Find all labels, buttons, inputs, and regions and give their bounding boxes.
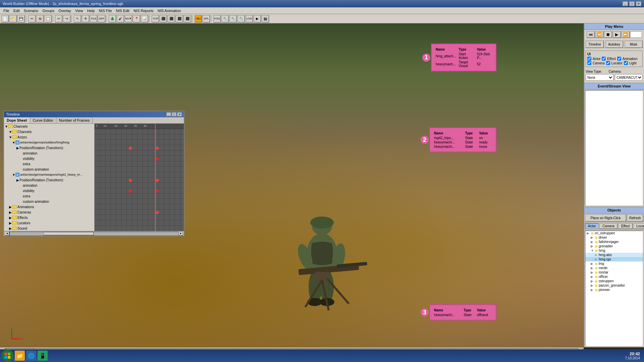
tb-obj[interactable]: OBJ	[195, 15, 202, 22]
obj-cn-ostruppen[interactable]: ▶ ▣ cn_ostruppen	[585, 231, 643, 235]
tb-select[interactable]: ↖	[74, 15, 81, 22]
autokey-btn[interactable]: Autokey	[605, 41, 623, 48]
timeline-btn[interactable]: Timeline	[586, 41, 604, 48]
timeline-window-controls[interactable]: _ □ ✕	[166, 112, 182, 116]
scroll-track[interactable]	[9, 232, 178, 236]
objects-tree[interactable]: ▶ ▣ cn_ostruppen ▶ ▣ driver ▶ ▣ fallshir…	[585, 231, 643, 347]
tree-extra-2[interactable]: extra	[4, 193, 94, 199]
tree-custom-anim-1[interactable]: custom animation	[4, 167, 94, 172]
playhead[interactable]	[155, 124, 156, 231]
taskbar-browser[interactable]: 🌐	[26, 351, 36, 361]
menu-view[interactable]: View	[73, 8, 85, 13]
menu-nis-edit[interactable]: NIS Edit	[114, 8, 131, 13]
keyframe-marker-red[interactable]	[128, 189, 132, 193]
tree-effects[interactable]: ▶ Effects	[4, 215, 94, 220]
keyframe-marker[interactable]	[155, 178, 159, 182]
actor-checkbox[interactable]	[587, 57, 591, 61]
mute-btn[interactable]: Mute	[625, 41, 643, 48]
scroll-right[interactable]: ►	[178, 232, 183, 236]
tree-mg42-actor[interactable]: ▼ A art/armies/german/weapons/mg42_heavy…	[4, 172, 94, 177]
tree-hmg-actor[interactable]: ▼ A art/armies/german/soldiers/hmg/hmg	[4, 140, 94, 145]
tree-extra-1[interactable]: extra	[4, 161, 94, 167]
tb-c1[interactable]: TCR	[152, 15, 159, 22]
tb-c3[interactable]: ⬛	[168, 15, 175, 22]
tree-animations[interactable]: ▶ Animations	[4, 204, 94, 209]
tb-undo[interactable]: ↩	[55, 15, 62, 22]
keyframe-marker[interactable]	[155, 210, 159, 214]
obj-hmg-rgo[interactable]: A hmg.rgo	[585, 257, 643, 261]
timeline-tree[interactable]: ▼ Channels ▼ Channels ▼ Actors	[4, 124, 95, 231]
taskbar-explorer[interactable]: 📁	[15, 351, 25, 361]
minimize-button[interactable]: _	[623, 1, 628, 6]
obj-hmg-abo[interactable]: A hmg.abo	[585, 253, 643, 257]
keyframe-marker-red[interactable]	[155, 157, 159, 161]
tree-custom-anim-2[interactable]: custom animation	[4, 199, 94, 204]
play-next[interactable]: ⏩	[622, 31, 630, 38]
keyframe-marker[interactable]	[155, 146, 159, 150]
tree-animation-2[interactable]: animation	[4, 183, 94, 188]
obj-panzer-grenadier[interactable]: ▶ ▣ panzer_grenadier	[585, 283, 643, 288]
tb-copy[interactable]: ⧉	[36, 15, 44, 22]
obj-tab-effect[interactable]: Effect	[618, 223, 633, 229]
tb-spl[interactable]: SPL	[203, 15, 210, 22]
tb-srt[interactable]: SRT	[98, 15, 105, 22]
timeline-close[interactable]: ✕	[177, 112, 182, 116]
refresh-button[interactable]: Refresh	[627, 214, 643, 222]
frame-input[interactable]: 20	[630, 31, 642, 38]
menu-file[interactable]: File	[1, 8, 11, 13]
tb-paste[interactable]: 📋	[44, 15, 52, 22]
keyframe-marker[interactable]	[128, 178, 132, 182]
timeline-maximize[interactable]: □	[172, 112, 176, 116]
timeline-scrollbar[interactable]: ◄ ►	[4, 231, 184, 236]
obj-grenadier[interactable]: ▶ ▣ grenadier	[585, 244, 643, 248]
tb-terrain[interactable]: TILE	[90, 15, 97, 22]
tb-move[interactable]: ✛	[82, 15, 89, 22]
tab-num-frames[interactable]: Number of Frames	[56, 117, 93, 123]
play-play[interactable]: ▶	[613, 31, 621, 38]
tb-save[interactable]: 💾	[17, 15, 25, 22]
tab-curve-editor[interactable]: Curve Editor	[30, 117, 56, 123]
tb-fx3[interactable]: 🔧	[237, 15, 245, 22]
locator-checkbox[interactable]	[606, 61, 610, 65]
tb-cut[interactable]: ✂	[28, 15, 36, 22]
maximize-button[interactable]: □	[629, 1, 635, 6]
view-type-select[interactable]: None Top Front	[586, 74, 613, 81]
tree-actors[interactable]: ▼ Actors	[4, 134, 94, 140]
light-checkbox[interactable]	[624, 61, 628, 65]
obj-medic[interactable]: ▶ ▣ medic	[585, 266, 643, 270]
tb-open[interactable]: 📂	[9, 15, 17, 22]
obj-driver[interactable]: ▶ ▣ driver	[585, 235, 643, 240]
tb-c2[interactable]: ⬛	[160, 15, 167, 22]
animation-checkbox[interactable]	[617, 57, 621, 61]
menu-nis-file[interactable]: NIS File	[97, 8, 114, 13]
place-button[interactable]: Place on Right-Click	[585, 214, 626, 222]
tb-c4[interactable]: ⬛	[176, 15, 183, 22]
tb-place[interactable]: 📍	[133, 15, 140, 22]
tb-c5[interactable]: ⬛	[184, 15, 191, 22]
obj-lmg[interactable]: ▶ ▣ lmg	[585, 261, 643, 266]
obj-tab-locator[interactable]: Locator	[633, 223, 644, 229]
window-controls[interactable]: _ □ ✕	[623, 1, 641, 6]
keyframe-marker-red[interactable]	[155, 189, 159, 193]
obj-mortar[interactable]: ▶ ▣ mortar	[585, 270, 643, 275]
camera-select[interactable]: CAMERACUT Camera1	[615, 74, 643, 81]
menu-overlay[interactable]: Overlay	[56, 8, 73, 13]
menu-scenario[interactable]: Scenario	[22, 8, 40, 13]
obj-tab-camera[interactable]: Camera	[599, 223, 618, 229]
scroll-left[interactable]: ◄	[5, 232, 9, 236]
tree-channels-root[interactable]: ▼ Channels	[4, 124, 94, 129]
tb-log[interactable]: LOG	[246, 15, 253, 22]
tb-paint[interactable]: 🖌	[117, 15, 124, 22]
obj-officer[interactable]: ▶ ▣ officer	[585, 275, 643, 279]
tab-dope-sheet[interactable]: Dope Sheet	[4, 117, 30, 123]
obj-ostruppen[interactable]: ▶ ▣ ostruppen	[585, 279, 643, 283]
tree-sound[interactable]: ▶ Sound	[4, 226, 94, 231]
menu-groups[interactable]: Groups	[40, 8, 56, 13]
menu-edit[interactable]: Edit	[11, 8, 22, 13]
menu-nis-reports[interactable]: NIS Reports	[131, 8, 156, 13]
tree-visibility-1[interactable]: visibility	[4, 156, 94, 161]
play-stop[interactable]: ⏹	[604, 31, 612, 38]
camera-checkbox[interactable]	[587, 61, 591, 65]
menu-help[interactable]: Help	[85, 8, 97, 13]
close-button[interactable]: ✕	[636, 1, 641, 6]
